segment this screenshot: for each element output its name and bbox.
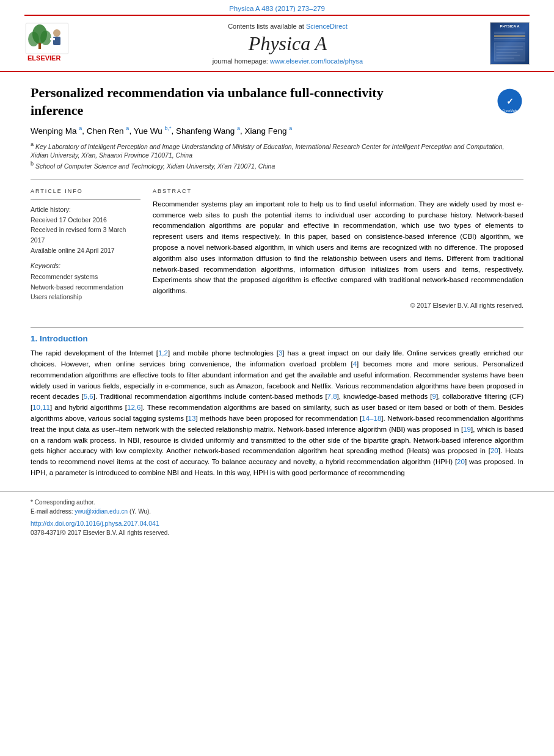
journal-ref-text: Physica A 483 (2017) 273–279 xyxy=(229,5,325,12)
introduction-section: 1. Introduction The rapid development of… xyxy=(0,334,554,479)
abstract-heading: ABSTRACT xyxy=(153,188,523,194)
affiliations: a Key Laboratory of Intelligent Percepti… xyxy=(31,140,523,170)
elsevier-logo: ELSEVIER xyxy=(24,22,86,65)
footer: * Corresponding author. E-mail address: … xyxy=(0,491,554,542)
abstract-column: ABSTRACT Recommender systems play an imp… xyxy=(153,188,523,309)
history-label: Article history: xyxy=(31,205,140,215)
received-revised: Received in revised form 3 March 2017 xyxy=(31,225,140,245)
journal-reference: Physica A 483 (2017) 273–279 xyxy=(0,0,554,15)
page-container: Physica A 483 (2017) 273–279 ELSEVIER xyxy=(0,0,554,756)
svg-point-3 xyxy=(40,31,51,45)
keyword-1: Recommender systems xyxy=(31,272,140,282)
journal-homepage: journal homepage: www.elsevier.com/locat… xyxy=(98,57,478,65)
keywords-label: Keywords: xyxy=(31,262,140,269)
keyword-3: Users relationship xyxy=(31,292,140,302)
journal-homepage-link[interactable]: www.elsevier.com/locate/physa xyxy=(270,57,363,65)
intro-paragraph-1: The rapid development of the Internet [1… xyxy=(31,348,523,479)
article-content: Personalized recommendation via unbalanc… xyxy=(0,72,554,321)
section-divider xyxy=(31,327,523,328)
keyword-2: Network-based recommendation xyxy=(31,282,140,293)
article-info-heading: ARTICLE INFO xyxy=(31,188,140,194)
journal-center: Contents lists available at ScienceDirec… xyxy=(98,23,478,65)
svg-text:ELSEVIER: ELSEVIER xyxy=(27,54,60,62)
svg-point-5 xyxy=(53,29,60,37)
contents-available: Contents lists available at ScienceDirec… xyxy=(98,23,478,30)
abstract-text: Recommender systems play an important ro… xyxy=(153,199,523,297)
title-crossmark-row: Personalized recommendation via unbalanc… xyxy=(31,84,523,125)
two-column-layout: ARTICLE INFO Article history: Received 1… xyxy=(31,188,523,309)
corresponding-author-note: * Corresponding author. xyxy=(31,498,523,507)
svg-point-2 xyxy=(28,32,39,46)
section-title: 1. Introduction xyxy=(31,334,523,343)
svg-text:CrossMark: CrossMark xyxy=(502,109,517,112)
email-link[interactable]: ywu@xidian.edu.cn xyxy=(75,508,128,515)
svg-text:✓: ✓ xyxy=(506,96,514,106)
sciencedirect-link[interactable]: ScienceDirect xyxy=(306,23,348,30)
doi-link[interactable]: http://dx.doi.org/10.1016/j.physa.2017.0… xyxy=(31,520,159,527)
journal-header: ELSEVIER Contents lists available at Sci… xyxy=(0,16,554,72)
article-history: Article history: Received 17 October 201… xyxy=(31,205,140,256)
journal-name: Physica A xyxy=(98,32,478,55)
authors: Wenping Ma a, Chen Ren a, Yue Wu b,*, Sh… xyxy=(31,125,523,136)
article-title: Personalized recommendation via unbalanc… xyxy=(31,84,385,119)
article-info-column: ARTICLE INFO Article history: Received 1… xyxy=(31,188,140,309)
copyright: © 2017 Elsevier B.V. All rights reserved… xyxy=(153,302,523,309)
journal-cover-thumbnail: PHYSICA A xyxy=(490,22,530,65)
crossmark-icon[interactable]: ✓ CrossMark xyxy=(496,87,523,115)
article-history-divider xyxy=(31,199,140,200)
issn-text: 0378-4371/© 2017 Elsevier B.V. All right… xyxy=(31,529,523,536)
svg-rect-7 xyxy=(50,38,55,40)
svg-rect-4 xyxy=(38,43,41,49)
svg-rect-9 xyxy=(495,43,525,61)
received-1: Received 17 October 2016 xyxy=(31,215,140,225)
article-divider xyxy=(31,179,523,180)
keywords-list: Recommender systems Network-based recomm… xyxy=(31,272,140,302)
available-online: Available online 24 April 2017 xyxy=(31,245,140,256)
email-note: E-mail address: ywu@xidian.edu.cn (Y. Wu… xyxy=(31,507,523,516)
